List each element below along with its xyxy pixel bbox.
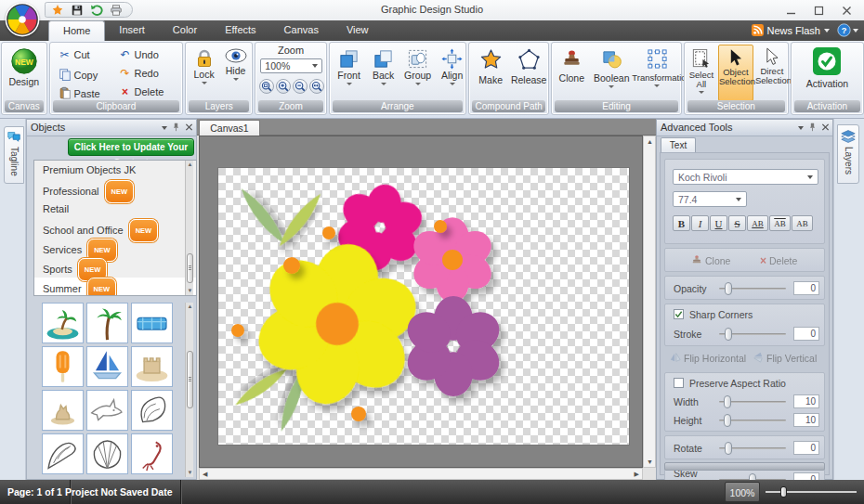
- italic-button[interactable]: I: [691, 215, 709, 231]
- zoom-fit-button[interactable]: [259, 79, 274, 94]
- minimize-button[interactable]: [777, 0, 805, 20]
- news-flash-button[interactable]: News Flash: [752, 24, 830, 38]
- artboard[interactable]: [218, 168, 629, 445]
- thumbnail-scallop-shell[interactable]: [86, 433, 128, 474]
- delete-button[interactable]: ×Delete: [119, 86, 164, 97]
- thumbnail-conch-shell[interactable]: [131, 390, 173, 431]
- copy-button[interactable]: Copy: [59, 68, 98, 83]
- height-value[interactable]: 10: [793, 413, 819, 427]
- close-button[interactable]: [832, 0, 860, 20]
- width-slider[interactable]: [719, 395, 786, 408]
- panel-menu-icon[interactable]: [798, 126, 804, 130]
- thumbnail-spiral-shell[interactable]: [42, 433, 84, 474]
- rotate-slider[interactable]: [719, 442, 786, 455]
- thumbnail-island[interactable]: [42, 303, 84, 343]
- width-value[interactable]: 10: [793, 394, 819, 408]
- release-compound-button[interactable]: Release: [510, 48, 547, 85]
- tab-effects[interactable]: Effects: [211, 20, 269, 41]
- canvas-tab[interactable]: Canvas1: [199, 120, 260, 136]
- pin-icon[interactable]: [172, 123, 180, 134]
- flip-vertical-button[interactable]: Flip Vertical: [753, 352, 817, 365]
- close-icon[interactable]: [185, 123, 193, 134]
- tab-color[interactable]: Color: [159, 20, 211, 41]
- object-selection-button[interactable]: Object Selection: [718, 45, 753, 101]
- opacity-slider[interactable]: [719, 282, 786, 295]
- undo-button[interactable]: ↶Undo: [119, 49, 159, 60]
- font-size-combobox[interactable]: 77.4: [673, 191, 747, 207]
- tagline-tab[interactable]: Tagline: [4, 126, 24, 184]
- category-item[interactable]: ProfessionalNEW: [34, 180, 196, 200]
- hide-button[interactable]: Hide: [221, 48, 250, 81]
- panel-footer-grip[interactable]: [664, 462, 825, 471]
- sharp-corners-checkbox[interactable]: [674, 309, 684, 319]
- thumbnail-squid[interactable]: [131, 433, 173, 474]
- category-item[interactable]: SportsNEW: [34, 258, 196, 278]
- thumbnail-shark[interactable]: [86, 390, 128, 431]
- tab-canvas[interactable]: Canvas: [270, 20, 333, 41]
- panel-menu-icon[interactable]: [162, 126, 167, 130]
- app-logo-icon[interactable]: [5, 2, 40, 37]
- ab-overline-button[interactable]: AB: [769, 215, 791, 231]
- lock-button[interactable]: Lock: [190, 48, 218, 84]
- tab-insert[interactable]: Insert: [105, 20, 159, 41]
- category-scrollbar[interactable]: ▲▼: [185, 161, 193, 295]
- thumbnail-palm-tree[interactable]: [86, 303, 128, 343]
- delete-object-button[interactable]: × Delete: [760, 254, 797, 267]
- direct-selection-button[interactable]: Direct Selection: [755, 47, 789, 85]
- clone-button[interactable]: Clone: [555, 48, 588, 84]
- category-item[interactable]: SummerNEW: [34, 278, 196, 296]
- align-button[interactable]: Align: [437, 48, 468, 85]
- close-icon[interactable]: [821, 123, 830, 134]
- zoom-out-button[interactable]: [293, 79, 308, 94]
- cut-button[interactable]: ✂Cut: [59, 49, 90, 60]
- boolean-button[interactable]: Boolean: [591, 48, 632, 88]
- canvas-vscrollbar[interactable]: ▲▼: [643, 136, 656, 468]
- category-item[interactable]: School and OfficeNEW: [34, 219, 196, 239]
- preserve-aspect-ratio-checkbox[interactable]: [674, 378, 684, 388]
- stroke-slider[interactable]: [719, 328, 786, 341]
- thumbnail-popsicle[interactable]: [42, 346, 84, 387]
- ab-underline-button[interactable]: AB: [747, 215, 768, 231]
- transformation-button[interactable]: Transformation: [632, 48, 682, 87]
- font-family-combobox[interactable]: Koch Rivoli: [673, 169, 818, 185]
- front-button[interactable]: Front: [334, 48, 365, 85]
- group-button[interactable]: Group: [402, 48, 434, 85]
- paste-button[interactable]: Paste: [59, 86, 100, 101]
- canvas-viewport[interactable]: [199, 136, 643, 468]
- maximize-button[interactable]: [805, 0, 832, 20]
- back-button[interactable]: Back: [368, 48, 399, 85]
- bold-button[interactable]: B: [673, 215, 690, 231]
- opacity-value[interactable]: 0: [793, 281, 819, 295]
- redo-button[interactable]: ↷Redo: [119, 68, 159, 79]
- thumbnail-sand-mound[interactable]: [42, 390, 84, 431]
- new-design-button[interactable]: NEW Design: [2, 46, 46, 87]
- canvas-hscrollbar[interactable]: ◀▶: [199, 468, 643, 480]
- canvas-artwork[interactable]: [218, 168, 629, 445]
- zoom-level-combobox[interactable]: 100%: [260, 58, 322, 73]
- category-item[interactable]: ServicesNEW: [34, 239, 196, 258]
- thumbnail-swimming-pool[interactable]: [131, 303, 173, 343]
- tab-home[interactable]: Home: [48, 20, 105, 41]
- underline-button[interactable]: U: [710, 215, 727, 231]
- flip-horizontal-button[interactable]: Flip Horizontal: [670, 352, 746, 365]
- tab-view[interactable]: View: [333, 20, 383, 41]
- statusbar-zoom-slider[interactable]: [766, 486, 857, 498]
- stroke-value[interactable]: 0: [793, 327, 819, 341]
- thumbnail-scrollbar[interactable]: ▲▼: [185, 303, 193, 477]
- rotate-value[interactable]: 0: [793, 441, 819, 455]
- pin-icon[interactable]: [808, 123, 817, 134]
- layers-tab[interactable]: Layers: [837, 124, 859, 184]
- ab-plain-button[interactable]: AB: [792, 215, 813, 231]
- zoom-in-button[interactable]: [276, 79, 291, 94]
- strikethrough-button[interactable]: S: [728, 215, 746, 231]
- category-item[interactable]: Premium Objects JK: [34, 161, 196, 180]
- update-content-button[interactable]: Click Here to Update Your Content: [68, 138, 194, 156]
- thumbnail-sandcastle[interactable]: [131, 346, 173, 387]
- make-compound-button[interactable]: Make: [473, 48, 508, 85]
- text-tab[interactable]: Text: [661, 137, 696, 152]
- clone-object-button[interactable]: Clone: [691, 254, 730, 267]
- zoom-width-button[interactable]: [309, 79, 324, 94]
- activation-button[interactable]: Activation: [792, 47, 863, 89]
- thumbnail-sailboat[interactable]: [86, 346, 128, 387]
- help-button[interactable]: ?: [837, 23, 858, 39]
